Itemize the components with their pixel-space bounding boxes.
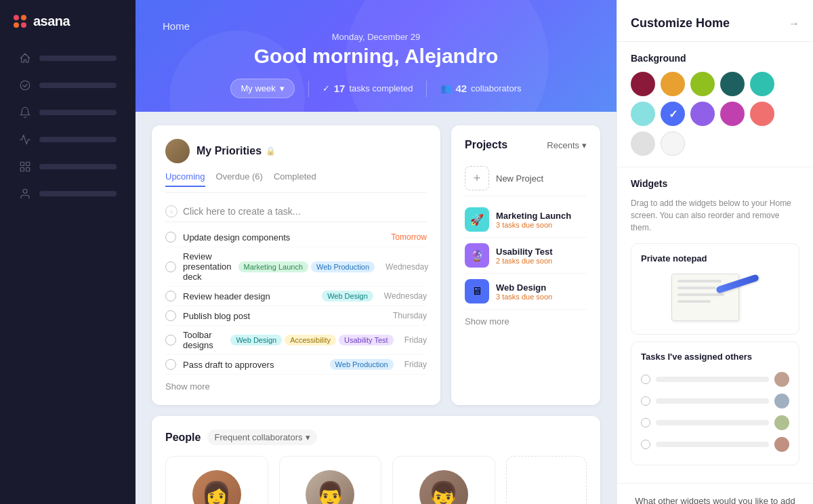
task-tags-1: Marketing Launch Web Production <box>238 261 375 272</box>
task-row-2: Review header design Web Design Wednesda… <box>165 287 427 306</box>
color-swatch-11[interactable] <box>661 131 685 156</box>
background-label: Background <box>631 53 799 64</box>
svg-rect-3 <box>20 168 24 171</box>
assigned-task-row-2 <box>641 412 789 434</box>
project-item-1[interactable]: 🔮 Usability Test 2 tasks due soon <box>465 238 587 274</box>
project-item-0[interactable]: 🚀 Marketing Launch 3 tasks due soon <box>465 202 587 238</box>
task-date-5: Friday <box>404 360 427 369</box>
project-icon-0: 🚀 <box>465 207 489 232</box>
svg-rect-2 <box>26 162 30 165</box>
sidebar-item-portfolio[interactable] <box>5 154 130 180</box>
assigned-avatar-2 <box>774 415 789 430</box>
check-icon <box>19 79 31 91</box>
assigned-task-row-3 <box>641 434 789 455</box>
color-swatch-0[interactable] <box>631 72 655 96</box>
richard-avatar: 👨 <box>306 470 354 504</box>
task-name-1: Review presentation deck <box>183 251 232 282</box>
task-checkbox-5[interactable] <box>165 359 176 370</box>
notepad-book <box>671 274 739 321</box>
task-checkbox-0[interactable] <box>165 232 176 243</box>
hero-greeting: Good morning, Alejandro <box>163 45 589 68</box>
tab-overdue[interactable]: Overdue (6) <box>216 171 263 187</box>
project-sub-0: 3 tasks due soon <box>496 221 587 229</box>
collaborators-number: 42 <box>455 83 467 94</box>
color-swatch-5[interactable] <box>631 102 655 126</box>
assigned-task-row-0 <box>641 369 789 390</box>
collaborators-icon: 👥 <box>440 83 451 93</box>
sidebar-item-home[interactable] <box>5 45 130 71</box>
project-name-2: Web Design <box>496 282 587 293</box>
user-icon <box>19 188 31 200</box>
task-row-5: Pass draft to approvers Web Production F… <box>165 355 427 375</box>
page-title: Home <box>163 20 190 32</box>
color-swatch-2[interactable] <box>690 72 715 96</box>
new-project-button[interactable]: + New Project <box>465 161 587 196</box>
color-swatch-9[interactable] <box>750 102 774 126</box>
show-more-projects[interactable]: Show more <box>465 316 587 327</box>
task-checkbox-3[interactable] <box>165 310 176 321</box>
svg-rect-4 <box>26 168 30 171</box>
add-person-placeholder[interactable]: + <box>506 456 587 504</box>
week-filter[interactable]: My week ▾ <box>230 79 294 98</box>
people-title: People <box>165 432 201 444</box>
logo-text: asana <box>33 14 70 29</box>
people-card: People Frequent collaborators ▾ 👩 Zoe Wo… <box>152 416 600 504</box>
tab-upcoming[interactable]: Upcoming <box>165 171 205 187</box>
project-icon-2: 🖥 <box>465 279 489 303</box>
assigned-avatar-1 <box>774 394 789 408</box>
task-date-2: Wednesday <box>384 291 427 301</box>
person-card-dave: 👦 Dave Jung Assign a task to start colla… <box>392 456 495 504</box>
project-icon-1: 🔮 <box>465 243 489 268</box>
projects-header: Projects Recents ▾ <box>465 139 587 151</box>
priorities-title: My Priorities 🔒 <box>196 145 276 157</box>
task-checkbox-2[interactable] <box>165 291 176 301</box>
hero-divider <box>308 81 309 97</box>
sidebar-item-profile-label <box>39 191 117 196</box>
show-more-tasks[interactable]: Show more <box>165 381 427 392</box>
sidebar-item-analytics[interactable] <box>5 127 130 152</box>
sidebar-item-tasks[interactable] <box>5 72 130 98</box>
task-name-2: Review header design <box>183 291 315 301</box>
zoe-avatar: 👩 <box>192 470 241 504</box>
color-swatch-4[interactable] <box>750 72 774 96</box>
color-swatch-6[interactable] <box>661 102 685 126</box>
sidebar-item-notifications[interactable] <box>5 100 130 125</box>
color-swatch-1[interactable] <box>661 72 685 96</box>
color-swatch-3[interactable] <box>720 72 745 96</box>
hero-stats: My week ▾ ✓ 17 tasks completed 👥 42 coll… <box>163 79 589 98</box>
tag-web-design-2: Web Design <box>322 291 373 301</box>
tab-completed[interactable]: Completed <box>274 171 316 187</box>
task-row-3: Publish blog post Thursday <box>165 306 427 326</box>
create-task-input[interactable]: ○ Click here to create a task... <box>165 201 427 222</box>
task-checkbox-1[interactable] <box>165 261 176 272</box>
recents-button[interactable]: Recents ▾ <box>547 140 587 150</box>
assigned-bar-2 <box>656 420 769 425</box>
projects-title: Projects <box>465 139 507 151</box>
dave-avatar: 👦 <box>419 470 468 504</box>
tasks-completed-label: tasks completed <box>349 83 413 93</box>
people-filter-button[interactable]: Frequent collaborators ▾ <box>207 429 316 445</box>
svg-rect-1 <box>20 162 24 165</box>
priorities-header: My Priorities 🔒 <box>165 139 427 163</box>
tag-web-production: Web Production <box>311 261 375 272</box>
color-grid <box>631 72 799 156</box>
task-tags-4: Web Design Accessibility Usability Test <box>230 335 393 345</box>
project-name-0: Marketing Launch <box>496 211 587 221</box>
week-filter-label: My week <box>241 83 275 93</box>
color-swatch-10[interactable] <box>631 131 655 156</box>
tag-usability: Usability Test <box>339 335 394 345</box>
task-checkbox-4[interactable] <box>165 335 176 345</box>
sidebar-nav <box>0 45 136 207</box>
sidebar-item-portfolio-label <box>39 164 117 169</box>
project-item-2[interactable]: 🖥 Web Design 3 tasks due soon <box>465 274 587 310</box>
task-date-1: Wednesday <box>385 262 428 272</box>
panel-close-button[interactable]: → <box>789 18 799 30</box>
priorities-tabs: Upcoming Overdue (6) Completed <box>165 171 427 193</box>
color-swatch-8[interactable] <box>720 102 745 126</box>
sidebar-item-notifications-label <box>39 110 117 115</box>
color-swatch-7[interactable] <box>690 102 715 126</box>
task-name-0: Update design components <box>183 232 380 243</box>
sidebar-item-profile[interactable] <box>5 181 130 207</box>
feedback-section: What other widgets would you like to add… <box>617 484 813 504</box>
new-project-label: New Project <box>496 173 543 184</box>
